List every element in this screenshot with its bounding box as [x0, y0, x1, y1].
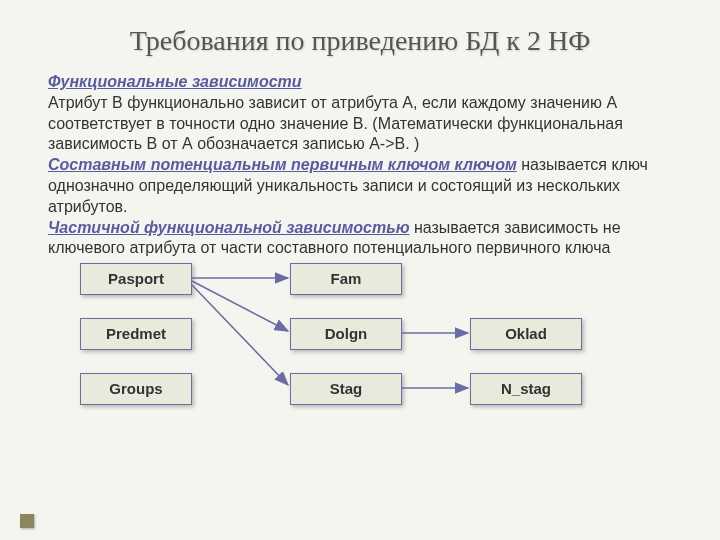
node-groups: Groups: [80, 373, 192, 405]
paragraph-1: Атрибут В функционально зависит от атриб…: [48, 94, 623, 153]
edge-pasport-stag: [192, 285, 288, 385]
node-dolgn: Dolgn: [290, 318, 402, 350]
subheading-compound-key: Составным потенциальным первичным ключом…: [48, 156, 517, 173]
node-nstag: N_stag: [470, 373, 582, 405]
slide-bullet-icon: [20, 514, 34, 528]
body-text: Функциональные зависимости Атрибут В фун…: [0, 72, 720, 259]
edge-pasport-dolgn: [192, 281, 288, 331]
node-predmet: Predmet: [80, 318, 192, 350]
dependency-diagram: Pasport Predmet Groups Fam Dolgn Stag Ok…: [0, 263, 720, 433]
slide-title: Требования по приведению БД к 2 НФ: [0, 0, 720, 72]
subheading-functional-dep: Функциональные зависимости: [48, 73, 302, 90]
subheading-partial-dep: Частичной функциональной зависимостью: [48, 219, 410, 236]
node-fam: Fam: [290, 263, 402, 295]
node-oklad: Oklad: [470, 318, 582, 350]
node-pasport: Pasport: [80, 263, 192, 295]
node-stag: Stag: [290, 373, 402, 405]
